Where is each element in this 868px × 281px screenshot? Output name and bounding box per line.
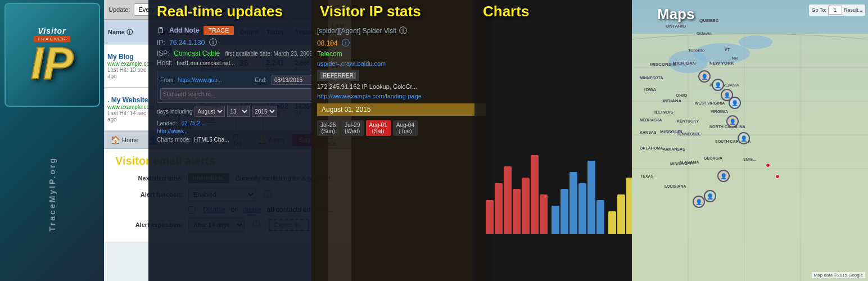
from-to-section: From: https://www.goo... End: bbox=[157, 70, 320, 103]
bar-2 bbox=[495, 183, 503, 234]
map-ohio-label: OHIO bbox=[676, 93, 687, 98]
add-note-label[interactable]: Add Note bbox=[169, 26, 199, 34]
referrer-url-row: http://www.example.com/landing-page- bbox=[317, 92, 486, 100]
map-newyork-label: NEW YORK bbox=[709, 61, 734, 66]
chart-group-red bbox=[486, 155, 548, 234]
charts-mode-value: HTML5 Cha... bbox=[194, 137, 229, 143]
spider-header: [spider][Agent] Spider Visit ⓘ bbox=[317, 26, 486, 36]
year-select[interactable]: 2015 bbox=[252, 106, 277, 117]
map-tennessee-label: TENNESSEE bbox=[677, 132, 700, 136]
info-icon[interactable]: ⓘ bbox=[209, 38, 217, 47]
bar-4 bbox=[513, 189, 521, 234]
ip-row: IP: 76.24.1.130 ⓘ bbox=[157, 38, 320, 48]
isp-label: ISP: bbox=[157, 49, 170, 57]
map-illinois-label: ILLINOIS bbox=[654, 110, 673, 115]
logo-panel: Visitor TRACKER IP TraceMyIP.org bbox=[0, 0, 104, 281]
bar-15 bbox=[617, 194, 625, 234]
bar-5 bbox=[522, 178, 530, 234]
ip-info-row: 08.184 ⓘ bbox=[317, 38, 486, 48]
date-jul26[interactable]: Jul-26 (Sun) bbox=[317, 120, 339, 136]
map-georgia-label: GEORGIA bbox=[704, 156, 722, 160]
days-label: days including bbox=[157, 108, 192, 115]
lake-erie bbox=[739, 35, 772, 49]
goto-label: Go To: bbox=[812, 7, 826, 13]
map-avatar-4[interactable]: 👤 bbox=[729, 97, 741, 109]
map-state-label: State... bbox=[743, 157, 756, 161]
trace-button[interactable]: TRACE bbox=[204, 26, 233, 35]
map-ottawa-label: Ottawa bbox=[697, 31, 712, 36]
bar-7 bbox=[540, 194, 548, 234]
bar-1 bbox=[486, 200, 494, 234]
isp-row: ISP: Comcast Cable first available date:… bbox=[157, 49, 320, 57]
map-avatar-8[interactable]: 👤 bbox=[704, 190, 716, 202]
map-avatar-1[interactable]: 👤 bbox=[698, 70, 711, 83]
map-vt-label: VT bbox=[725, 48, 730, 52]
update-label: Update: bbox=[108, 6, 130, 13]
date-aug04[interactable]: Aug-04 (Tue) bbox=[393, 120, 418, 136]
site1-url[interactable]: www.example.com bbox=[107, 61, 155, 67]
charts-title: Charts bbox=[474, 0, 649, 23]
date-jul29-sub: (Wed) bbox=[345, 128, 360, 134]
site2-url[interactable]: www.example.com bbox=[107, 104, 155, 110]
site1-name: My Blog bbox=[107, 53, 155, 61]
map-avatar-9[interactable]: 👤 bbox=[693, 196, 705, 208]
bar-10 bbox=[569, 172, 577, 234]
date-jul29[interactable]: Jul-29 (Wed) bbox=[341, 120, 363, 136]
from-row: From: https://www.goo... End: bbox=[160, 75, 317, 85]
date-aug04-sub: (Tue) bbox=[396, 128, 414, 134]
ip-info-value: 08.184 bbox=[317, 39, 338, 47]
note-icon: 🗒 bbox=[157, 26, 165, 35]
visitor-detail: 🗒 Add Note TRACE IP: 76.24.1.130 ⓘ ISP: … bbox=[148, 23, 328, 146]
maps-section: Maps bbox=[632, 0, 868, 281]
date-aug01[interactable]: Aug-01 (Sat) bbox=[366, 120, 391, 136]
map-kansas-label: KANSAS bbox=[640, 130, 657, 134]
bar-11 bbox=[578, 183, 586, 234]
map-dot-2 bbox=[766, 163, 770, 167]
bar-9 bbox=[560, 189, 568, 234]
date-aug01-label: Aug-01 bbox=[369, 122, 387, 128]
map-avatar-6[interactable]: 👤 bbox=[738, 132, 750, 144]
host-row: Host: hsd1.ma.comcast.net... bbox=[157, 59, 320, 67]
date-highlight-box: August 01, 2015 bbox=[317, 103, 486, 116]
full-content-area: Update: Every 30 Seconds Every Minute Ev… bbox=[104, 0, 868, 281]
spider-url: uspider-.crawl.baidu.com bbox=[317, 60, 386, 67]
end-date-input[interactable] bbox=[272, 75, 317, 85]
goto-input[interactable] bbox=[828, 6, 842, 15]
date-nav: Jul-26 (Sun) Jul-29 (Wed) Aug-01 (Sat) A… bbox=[317, 120, 486, 136]
day-select[interactable]: 13 bbox=[227, 106, 250, 117]
map-avatar-5[interactable]: 👤 bbox=[726, 115, 739, 128]
map-dot-1 bbox=[775, 174, 780, 179]
logo-box: Visitor TRACKER IP bbox=[4, 3, 100, 107]
realtime-section: Real-time updates 🗒 Add Note TRACE IP: 7… bbox=[148, 0, 328, 281]
from-label: From: bbox=[160, 77, 175, 83]
bar-chart bbox=[474, 23, 649, 237]
bar-14 bbox=[608, 211, 616, 234]
goto-bar: Go To: Result... bbox=[809, 4, 865, 16]
bar-6 bbox=[531, 155, 539, 234]
charts-mode-label: Charts mode: bbox=[157, 137, 191, 143]
visitor-text: Visitor bbox=[38, 27, 66, 35]
end-label: End: bbox=[255, 77, 266, 83]
date-jul26-label: Jul-26 bbox=[320, 122, 336, 128]
site1-lasthit: Last Hit: 10 sec ago bbox=[107, 67, 155, 79]
map-avatar-2[interactable]: 👤 bbox=[712, 79, 724, 91]
ip-label: IP: bbox=[157, 39, 165, 47]
landed-value: 62.75.2... bbox=[182, 120, 205, 126]
date-aug04-label: Aug-04 bbox=[396, 122, 414, 128]
search-input[interactable] bbox=[160, 88, 317, 99]
map-copyright: Map data ©2015 Google bbox=[812, 272, 865, 278]
map-background: ONTARIO QUEBEC Ottawa Toronto VT NH WISC… bbox=[632, 0, 868, 281]
help-icon2[interactable]: ⓘ bbox=[399, 26, 407, 36]
nav-home[interactable]: 🏠 Home bbox=[106, 134, 143, 146]
ip-info-icon[interactable]: ⓘ bbox=[342, 38, 350, 47]
site2-name: . My Website bbox=[107, 96, 155, 104]
date-jul26-sub: (Sun) bbox=[320, 128, 336, 134]
map-iowa-label: IOWA bbox=[644, 87, 656, 92]
map-louisiana-label: LOUISIANA bbox=[664, 184, 686, 188]
date-aug01-sub: (Sat) bbox=[369, 128, 387, 134]
month-select[interactable]: August bbox=[195, 106, 225, 117]
map-wisconsin-label: WISCONSIN bbox=[650, 62, 676, 67]
map-avatar-7[interactable]: 👤 bbox=[717, 170, 730, 182]
ipstats-title: Visitor IP stats bbox=[311, 0, 491, 23]
nav-home-label: Home bbox=[122, 137, 138, 143]
